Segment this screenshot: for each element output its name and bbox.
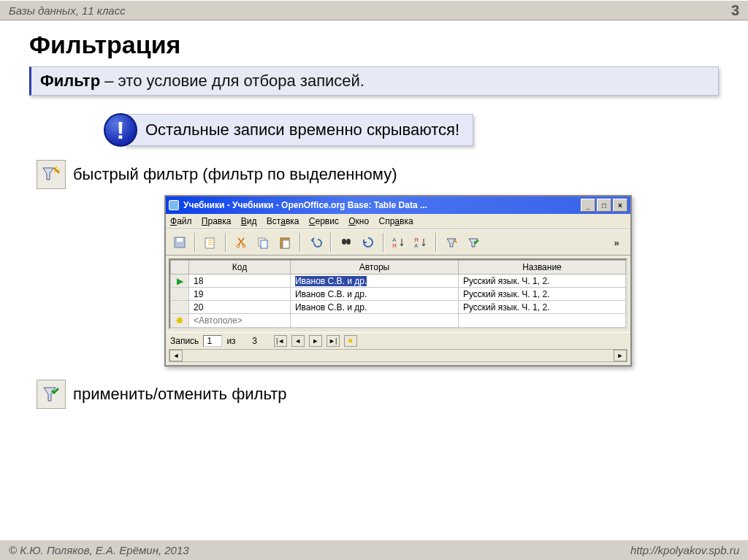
edit-icon[interactable] — [201, 233, 220, 252]
exclamation-icon: ! — [104, 113, 137, 147]
apply-filter-row: применить/отменить фильтр — [37, 380, 748, 409]
definition-text: – это условие для отбора записей. — [100, 72, 365, 90]
row-header-blank — [171, 261, 189, 275]
apply-filter-icon[interactable] — [464, 233, 483, 252]
menu-tools[interactable]: Сервис — [309, 216, 339, 226]
footer-authors: © К.Ю. Поляков, Е.А. Ерёмин, 2013 — [9, 544, 189, 556]
paste-icon[interactable] — [275, 233, 294, 252]
record-total: 3 — [240, 336, 270, 346]
app-icon — [169, 200, 179, 210]
col-code[interactable]: Код — [189, 261, 291, 275]
slide-footer: © К.Ю. Поляков, Е.А. Ерёмин, 2013 http:/… — [0, 540, 748, 560]
nav-first-button[interactable]: |◄ — [274, 335, 287, 347]
cut-icon[interactable] — [232, 233, 251, 252]
undo-icon[interactable] — [306, 233, 325, 252]
menu-edit[interactable]: Правка — [202, 216, 232, 226]
sort-asc-icon[interactable]: AЯ — [389, 233, 408, 252]
copy-icon[interactable] — [253, 233, 272, 252]
svg-point-14 — [342, 239, 346, 245]
menu-help[interactable]: Справка — [379, 216, 413, 226]
menu-bar: Файл Правка Вид Вставка Сервис Окно Спра… — [166, 214, 630, 229]
toolbar-overflow-icon[interactable]: » — [607, 233, 626, 252]
nav-next-button[interactable]: ► — [309, 335, 322, 347]
slide-title: Фильтрация — [0, 20, 748, 64]
slide-header: Базы данных, 11 класс 3 — [0, 0, 748, 20]
page-number: 3 — [731, 2, 739, 19]
svg-rect-13 — [283, 240, 289, 248]
table-row[interactable]: ▶ 18 Иванов С.В. и др. Русский язык. Ч. … — [171, 275, 626, 288]
sort-desc-icon[interactable]: ЯA — [411, 233, 430, 252]
alert-text: Остальные записи временно скрываются! — [124, 114, 473, 146]
footer-url: http://kpolyakov.spb.ru — [630, 544, 739, 556]
save-icon[interactable] — [170, 233, 189, 252]
menu-view[interactable]: Вид — [241, 216, 257, 226]
subject-label: Базы данных, 11 класс — [9, 4, 126, 17]
record-current[interactable]: 1 — [203, 335, 222, 347]
svg-marker-0 — [43, 168, 53, 180]
quick-filter-row: быстрый фильтр (фильтр по выделенному) — [37, 160, 748, 189]
window-title: Учебники - Учебники - OpenOffice.org Bas… — [183, 200, 581, 210]
table-row[interactable]: 19 Иванов С.В. и др. Русский язык. Ч. 1,… — [171, 288, 626, 301]
svg-marker-23 — [44, 388, 56, 401]
svg-text:Я: Я — [392, 242, 397, 249]
nav-new-button[interactable]: ✸ — [344, 335, 357, 347]
apply-filter-tile-icon — [37, 380, 66, 409]
horizontal-scrollbar[interactable]: ◄ ► — [169, 349, 627, 362]
selected-cell[interactable]: Иванов С.В. и др. — [295, 276, 367, 286]
definition-box: Фильтр – это условие для отбора записей. — [29, 66, 719, 96]
svg-point-3 — [58, 169, 60, 171]
table-row[interactable]: 20 Иванов С.В. и др. Русский язык. Ч. 1,… — [171, 301, 626, 314]
find-icon[interactable] — [337, 233, 356, 252]
openoffice-window: Учебники - Учебники - OpenOffice.org Bas… — [164, 195, 632, 367]
definition-term: Фильтр — [40, 72, 100, 90]
alert-row: ! Остальные записи временно скрываются! — [104, 113, 748, 147]
svg-point-4 — [54, 171, 56, 172]
nav-last-button[interactable]: ►| — [327, 335, 340, 347]
quick-filter-label: быстрый фильтр (фильтр по выделенному) — [73, 165, 397, 184]
col-title[interactable]: Название — [458, 261, 625, 275]
menu-insert[interactable]: Вставка — [267, 216, 299, 226]
data-table: Код Авторы Название ▶ 18 Иванов С.В. и д… — [169, 258, 627, 329]
table-row-new[interactable]: ✸ <Автополе> — [171, 314, 626, 328]
svg-rect-6 — [177, 238, 183, 242]
close-button[interactable]: × — [613, 199, 627, 212]
current-row-icon: ▶ — [177, 276, 183, 286]
record-label: Запись — [170, 336, 199, 346]
svg-rect-7 — [205, 238, 214, 248]
scroll-left-button[interactable]: ◄ — [169, 350, 183, 361]
scroll-right-button[interactable]: ► — [614, 350, 627, 361]
col-authors[interactable]: Авторы — [290, 261, 458, 275]
svg-text:A: A — [414, 242, 419, 249]
record-navigator: Запись 1 из 3 |◄ ◄ ► ►| ✸ — [166, 332, 630, 349]
minimize-button[interactable]: _ — [581, 199, 595, 212]
maximize-button[interactable]: □ — [597, 199, 611, 212]
new-row-icon: ✸ — [175, 315, 184, 326]
menu-file[interactable]: Файл — [170, 216, 192, 226]
apply-filter-label: применить/отменить фильтр — [73, 385, 286, 404]
refresh-icon[interactable] — [359, 233, 378, 252]
autofilter-icon[interactable] — [442, 233, 461, 252]
record-of: из — [226, 336, 235, 346]
menu-window[interactable]: Окно — [348, 216, 369, 226]
svg-point-15 — [346, 239, 351, 245]
toolbar: AЯ ЯA » — [166, 229, 630, 256]
nav-prev-button[interactable]: ◄ — [291, 335, 305, 347]
svg-point-2 — [56, 166, 57, 168]
magic-filter-icon — [37, 160, 66, 189]
svg-rect-11 — [261, 240, 267, 248]
title-bar: Учебники - Учебники - OpenOffice.org Bas… — [166, 196, 630, 214]
